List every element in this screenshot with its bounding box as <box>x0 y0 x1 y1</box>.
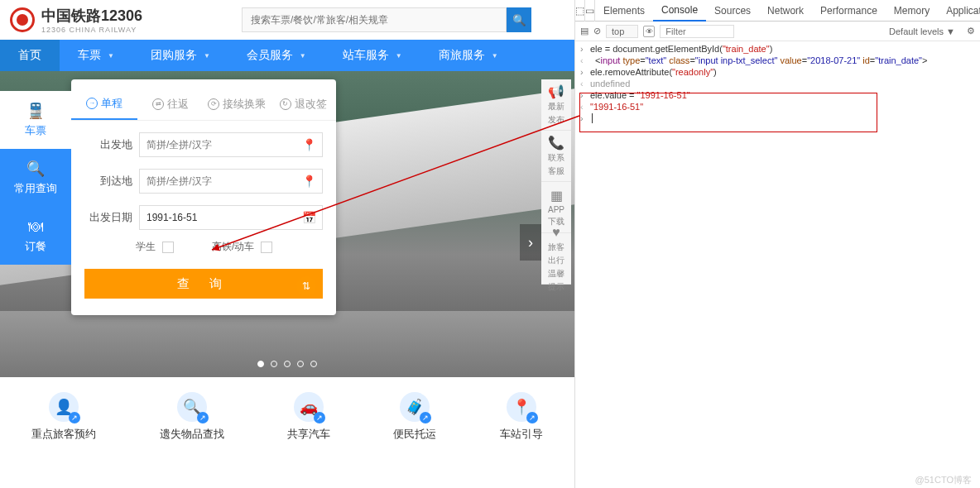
site-title: 中国铁路12306 <box>41 6 142 26</box>
devtools: ⬚ ▭ ElementsConsoleSourcesNetworkPerform… <box>575 0 980 488</box>
to-input[interactable] <box>139 169 323 194</box>
quick-label: 共享汽车 <box>287 427 330 442</box>
device-icon[interactable]: ▭ <box>585 0 595 22</box>
query-button[interactable]: 查 询 <box>84 269 323 299</box>
settings-icon[interactable]: ⚙ <box>967 26 975 36</box>
nav-item[interactable]: 会员服务 <box>228 40 324 71</box>
carousel-next[interactable]: › <box>520 224 541 261</box>
devtools-tab[interactable]: Performance <box>812 0 886 22</box>
quick-icon: 👤 <box>49 392 79 422</box>
tab-label: 常用查询 <box>14 181 57 196</box>
dot[interactable] <box>271 361 277 367</box>
carousel-dots <box>257 361 317 367</box>
devtools-tab[interactable]: Elements <box>595 0 653 22</box>
search-button[interactable]: 🔍 <box>507 7 531 32</box>
dot[interactable] <box>257 361 264 367</box>
quick-label: 遗失物品查找 <box>160 427 224 442</box>
float-item[interactable]: 📞联系客服 <box>541 131 571 182</box>
nav-item[interactable]: 首页 <box>0 40 60 71</box>
gdc-checkbox[interactable] <box>261 242 272 253</box>
card-tab[interactable]: →单程 <box>71 88 137 120</box>
float-label: 温馨 <box>548 268 564 280</box>
nav-item[interactable]: 商旅服务 <box>420 40 516 71</box>
nav-item[interactable]: 团购服务 <box>132 40 228 71</box>
quick-label: 便民托运 <box>393 427 436 442</box>
tab-icon: → <box>86 98 98 109</box>
context-select[interactable]: top <box>606 25 638 38</box>
dot[interactable] <box>297 361 304 367</box>
swap-button[interactable]: ⇅ <box>296 276 316 296</box>
float-label: 出行 <box>548 255 564 266</box>
side-tab[interactable]: 🍽订餐 <box>0 207 71 265</box>
date-input[interactable] <box>139 205 323 230</box>
to-label: 到达地 <box>84 174 132 189</box>
logo-icon <box>10 7 35 32</box>
float-label: 联系 <box>548 152 564 164</box>
search-input[interactable] <box>242 7 507 32</box>
float-item[interactable]: ♥旅客出行温馨提示 <box>541 233 571 285</box>
float-item[interactable]: 📢最新发布 <box>541 79 571 131</box>
nav-item[interactable]: 站车服务 <box>324 40 420 71</box>
devtools-tabs: ⬚ ▭ ElementsConsoleSourcesNetworkPerform… <box>575 0 980 22</box>
inspect-icon[interactable]: ⬚ <box>575 0 585 22</box>
quick-links: 👤重点旅客预约🔍遗失物品查找🚗共享汽车🧳便民托运📍车站引导 <box>0 377 574 450</box>
tab-icon: 🔍 <box>26 160 45 178</box>
console-line: ele.removeAttribute("readonly") <box>575 66 980 78</box>
quick-link[interactable]: 📍车站引导 <box>500 392 543 442</box>
quick-link[interactable]: 🧳便民托运 <box>393 392 436 442</box>
tab-icon: 🍽 <box>28 218 43 236</box>
gdc-label: 高铁/动车 <box>212 240 254 254</box>
to-row: 到达地 📍 <box>84 169 323 194</box>
devtools-tab[interactable]: Sources <box>706 0 759 22</box>
nav-item[interactable]: 车票 <box>60 40 132 71</box>
tab-label: 单程 <box>101 96 122 111</box>
logo[interactable]: 中国铁路12306 12306 CHINA RAILWAY <box>10 6 142 34</box>
site-subtitle: 12306 CHINA RAILWAY <box>41 26 142 34</box>
from-input[interactable] <box>139 132 323 157</box>
live-expr-icon[interactable]: 👁 <box>643 26 655 37</box>
dot[interactable] <box>310 361 317 367</box>
dot[interactable] <box>284 361 291 367</box>
float-label: 发布 <box>548 114 564 126</box>
student-label: 学生 <box>136 240 156 254</box>
devtools-tab[interactable]: Network <box>759 0 812 22</box>
quick-label: 车站引导 <box>500 427 543 442</box>
tab-label: 订餐 <box>25 239 46 254</box>
tab-label: 接续换乘 <box>223 97 266 112</box>
float-label: 最新 <box>548 101 564 112</box>
float-icon: 📞 <box>548 135 564 151</box>
side-tab[interactable]: 🔍常用查询 <box>0 149 71 207</box>
search-card: →单程⇄往返⟳接续换乘↻退改签 出发地 📍 到达地 📍 ⇅ 出发日期 📅 学生 <box>71 79 336 315</box>
levels-select[interactable]: Default levels ▼ <box>889 26 955 36</box>
main-nav: 首页车票团购服务会员服务站车服务商旅服务 <box>0 40 574 71</box>
devtools-tab[interactable]: Console <box>653 0 706 22</box>
from-label: 出发地 <box>84 137 132 152</box>
float-label: 客服 <box>548 165 564 177</box>
card-tab[interactable]: ↻退改签 <box>270 88 336 120</box>
tab-label: 车票 <box>25 123 46 138</box>
side-tabs: 🚆车票🔍常用查询🍽订餐 <box>0 91 71 265</box>
console-sidebar-icon[interactable]: ▤ <box>580 26 588 36</box>
tab-label: 退改签 <box>295 97 327 112</box>
card-tab[interactable]: ⟳接续换乘 <box>204 88 270 120</box>
student-checkbox[interactable] <box>162 242 174 253</box>
float-label: 旅客 <box>548 242 564 253</box>
float-icon: 📢 <box>548 84 564 99</box>
location-icon: 📍 <box>302 175 316 188</box>
tab-icon: ↻ <box>280 98 291 110</box>
quick-link[interactable]: 🚗共享汽车 <box>287 392 330 442</box>
quick-link[interactable]: 🔍遗失物品查找 <box>160 392 224 442</box>
side-tab[interactable]: 🚆车票 <box>0 91 71 149</box>
tab-icon: ⟳ <box>208 98 219 110</box>
header: 中国铁路12306 12306 CHINA RAILWAY 🔍 <box>0 0 574 40</box>
tab-icon: ⇄ <box>152 98 164 110</box>
devtools-tab[interactable]: Memory <box>886 0 938 22</box>
calendar-icon: 📅 <box>302 211 316 224</box>
console-line: <input type="text" class="input inp-txt_… <box>575 55 980 66</box>
filter-input[interactable] <box>660 25 734 38</box>
devtools-tab[interactable]: Application <box>938 0 980 22</box>
quick-icon: 🔍 <box>177 392 207 422</box>
card-tab[interactable]: ⇄往返 <box>137 88 204 120</box>
clear-console-icon[interactable]: ⊘ <box>593 26 601 36</box>
quick-link[interactable]: 👤重点旅客预约 <box>31 392 96 442</box>
